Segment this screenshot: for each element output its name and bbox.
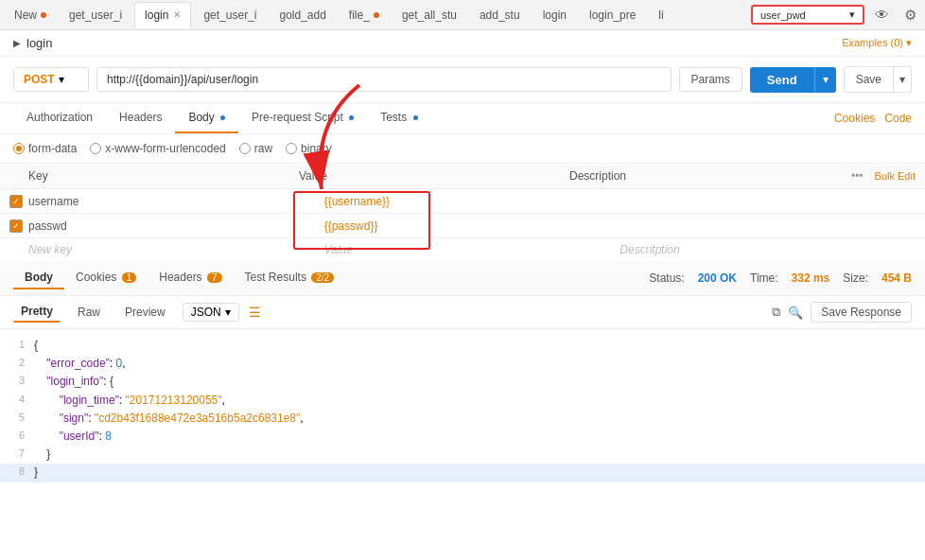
tab-prerequest-dot [349, 115, 354, 120]
tab-new[interactable]: New [4, 2, 57, 28]
tab-file-dot [374, 12, 379, 18]
tab-login2-label: login [543, 9, 567, 22]
kv-col-actions: ••• Bulk Edit [840, 169, 916, 183]
kv-rows-container: ✓ username {{username}} ✓ passwd {{passw… [0, 189, 925, 238]
resp-tab-headers[interactable]: Headers 7 [148, 267, 233, 289]
tab-login[interactable]: login ✕ [134, 2, 191, 28]
kv-value-passwd[interactable]: {{passwd}} [324, 219, 620, 233]
collapse-icon[interactable]: ▶ [13, 38, 21, 48]
eye-icon[interactable]: 👁 [870, 5, 894, 25]
radio-binary[interactable]: binary [286, 142, 332, 155]
url-input[interactable] [96, 67, 672, 92]
kv-value-username[interactable]: {{username}} [324, 195, 620, 208]
tab-authorization[interactable]: Authorization [13, 103, 106, 133]
kv-key-username[interactable]: username [28, 195, 324, 208]
tab-file[interactable]: file_ [339, 2, 390, 28]
kv-check-passwd[interactable]: ✓ [9, 219, 28, 233]
json-format-dropdown[interactable]: JSON ▾ [183, 303, 239, 322]
environment-dropdown[interactable]: user_pwd ▾ [751, 5, 864, 25]
format-tab-raw[interactable]: Raw [70, 303, 108, 322]
kv-key-passwd[interactable]: passwd [28, 219, 324, 233]
tab-li[interactable]: li [648, 2, 673, 28]
radio-urlencoded-dot [90, 143, 101, 154]
examples-link[interactable]: Examples (0) ▾ [842, 37, 912, 49]
kv-check-username[interactable]: ✓ [9, 194, 28, 208]
radio-raw-dot [239, 143, 251, 154]
json-line-3: 3 "login_info": { [0, 373, 925, 391]
kv-new-value[interactable]: Value [324, 243, 620, 256]
save-arrow-button[interactable]: ▾ [894, 66, 912, 93]
kv-row-passwd: ✓ passwd {{passwd}} [0, 214, 925, 238]
save-button-group: Save ▾ [844, 66, 912, 93]
save-button[interactable]: Save [844, 66, 894, 93]
search-icon[interactable]: 🔍 [788, 306, 803, 320]
tab-new-dot [41, 12, 46, 18]
save-response-button[interactable]: Save Response [811, 302, 912, 323]
status-label: Status: [649, 271, 684, 285]
radio-urlencoded[interactable]: x-www-form-urlencoded [90, 142, 225, 155]
tab-login-label: login [145, 9, 168, 22]
tab-prerequest[interactable]: Pre-request Script [238, 103, 367, 133]
format-tab-pretty[interactable]: Pretty [13, 302, 61, 323]
cookies-link[interactable]: Cookies [834, 112, 875, 125]
tab-add-stu[interactable]: add_stu [469, 2, 531, 28]
resp-tab-cookies[interactable]: Cookies 1 [64, 267, 148, 289]
radio-form-data[interactable]: form-data [13, 142, 77, 155]
headers-badge: 7 [207, 272, 222, 283]
size-label: Size: [843, 271, 868, 285]
json-line-4: 4 "login_time": "20171213120055", [0, 392, 925, 410]
method-dropdown[interactable]: POST ▾ [13, 67, 89, 92]
json-line-6: 6 "userId": 8 [0, 428, 925, 446]
tab-login-pre-label: login_pre [589, 9, 636, 22]
chevron-down-icon: ▾ [849, 9, 855, 21]
tab-add-stu-label: add_stu [480, 9, 520, 22]
format-bar: Pretty Raw Preview JSON ▾ ☰ ⧉ 🔍 Save Res… [0, 296, 925, 329]
status-value: 200 OK [698, 271, 737, 285]
tab-get-user2[interactable]: get_user_i [193, 2, 267, 28]
resp-tab-body[interactable]: Body [13, 267, 64, 289]
radio-form-data-dot [13, 143, 25, 154]
tab-file-label: file_ [349, 9, 370, 22]
code-link[interactable]: Code [884, 112, 912, 125]
send-button[interactable]: Send [750, 67, 814, 93]
test-results-badge: 2/2 [311, 272, 334, 283]
response-body: 1 { 2 "error_code": 0, 3 "login_info": {… [0, 329, 925, 490]
environment-select-area: user_pwd ▾ 👁 ⚙ [751, 5, 921, 26]
resp-tab-test-results[interactable]: Test Results 2/2 [234, 267, 346, 289]
bulk-edit-button[interactable]: Bulk Edit [875, 170, 916, 182]
radio-raw[interactable]: raw [239, 142, 272, 155]
tab-headers[interactable]: Headers [106, 103, 175, 133]
tab-body-dot [220, 115, 225, 120]
response-status-area: Status: 200 OK Time: 332 ms Size: 454 B [649, 271, 912, 285]
more-options-icon[interactable]: ••• [851, 169, 864, 183]
format-actions: ⧉ 🔍 Save Response [772, 302, 912, 323]
tab-tests[interactable]: Tests [367, 103, 430, 133]
tab-gold-add[interactable]: gold_add [269, 2, 336, 28]
kv-new-key[interactable]: New key [28, 243, 324, 256]
kv-new-desc: Descritption [620, 243, 916, 256]
body-options: form-data x-www-form-urlencoded raw bina… [0, 134, 925, 164]
checkbox-passwd[interactable]: ✓ [9, 219, 23, 233]
kv-col-value: Value [299, 169, 569, 183]
tab-body[interactable]: Body [175, 103, 238, 133]
tab-login2[interactable]: login [532, 2, 577, 28]
format-icon[interactable]: ☰ [249, 305, 261, 320]
json-line-1: 1 { [0, 337, 925, 355]
json-line-8: 8 } [0, 464, 925, 481]
tab-login-pre[interactable]: login_pre [579, 2, 646, 28]
send-arrow-button[interactable]: ▾ [814, 67, 836, 93]
tab-get-user[interactable]: get_user_i [59, 2, 132, 28]
environment-selected: user_pwd [760, 9, 806, 21]
tab-get-all-stu[interactable]: get_all_stu [392, 2, 467, 28]
params-button[interactable]: Params [679, 67, 742, 92]
tab-login-close[interactable]: ✕ [173, 9, 181, 20]
json-chevron-icon: ▾ [225, 306, 231, 319]
json-format-label: JSON [191, 306, 221, 319]
time-value: 332 ms [792, 271, 830, 285]
copy-icon[interactable]: ⧉ [772, 305, 780, 320]
tab-li-label: li [658, 9, 663, 22]
checkbox-username[interactable]: ✓ [9, 195, 23, 208]
gear-icon[interactable]: ⚙ [899, 5, 921, 26]
cookies-badge: 1 [122, 272, 137, 283]
format-tab-preview[interactable]: Preview [117, 303, 173, 322]
